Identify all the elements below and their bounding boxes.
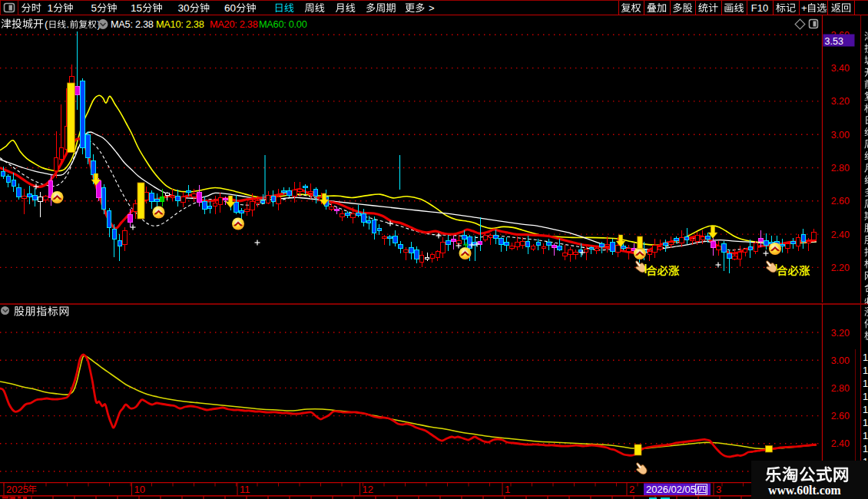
svg-text:MA60: 0.00: MA60: 0.00 — [259, 18, 307, 30]
svg-text:1: 1 — [863, 378, 868, 389]
svg-text:1: 1 — [48, 2, 54, 14]
svg-text:3.53: 3.53 — [825, 36, 843, 47]
svg-text:3: 3 — [716, 484, 721, 495]
svg-text:1: 1 — [863, 430, 868, 441]
svg-text:2.20: 2.20 — [831, 263, 850, 273]
svg-text:1: 1 — [131, 2, 137, 14]
svg-text:11: 11 — [240, 484, 250, 495]
svg-text:1: 1 — [863, 443, 868, 454]
svg-text:12: 12 — [363, 484, 373, 495]
svg-text:5: 5 — [91, 2, 98, 14]
svg-text:1: 1 — [505, 484, 510, 495]
svg-text:www.60lt.com: www.60lt.com — [768, 484, 841, 497]
svg-text:(: ( — [45, 18, 48, 30]
svg-text:2026/02/05/: 2026/02/05/ — [646, 484, 699, 495]
svg-text:1: 1 — [863, 365, 868, 376]
svg-text:+: + — [801, 2, 807, 14]
svg-text:10: 10 — [134, 484, 145, 495]
svg-text:MA5: 2.38: MA5: 2.38 — [111, 18, 154, 30]
svg-text:2.60: 2.60 — [831, 411, 850, 421]
svg-text:3.40: 3.40 — [831, 63, 850, 74]
svg-text:MA20: 2.38: MA20: 2.38 — [210, 18, 258, 30]
svg-text:1: 1 — [863, 352, 868, 363]
svg-text:5: 5 — [137, 2, 143, 14]
svg-text:2.40: 2.40 — [831, 438, 850, 449]
svg-text:1: 1 — [863, 391, 868, 402]
svg-text:2.80: 2.80 — [831, 383, 850, 394]
svg-text:3.20: 3.20 — [831, 328, 850, 339]
svg-text:2.60: 2.60 — [831, 196, 850, 207]
svg-text:6: 6 — [224, 2, 230, 14]
svg-text:1: 1 — [863, 404, 868, 415]
svg-text:>: > — [429, 2, 435, 14]
svg-text:F10: F10 — [751, 2, 768, 14]
svg-text:3.20: 3.20 — [831, 96, 850, 107]
svg-text:0: 0 — [230, 2, 237, 14]
svg-text:2.80: 2.80 — [831, 163, 850, 173]
svg-text:2: 2 — [629, 484, 634, 495]
svg-text:1: 1 — [863, 417, 868, 428]
svg-text:3: 3 — [178, 2, 184, 14]
svg-text:0: 0 — [184, 2, 190, 14]
svg-text:.: . — [67, 18, 70, 30]
svg-text:2.40: 2.40 — [831, 230, 850, 240]
svg-text:3.00: 3.00 — [831, 355, 850, 366]
svg-text:MA10: 2.38: MA10: 2.38 — [156, 18, 204, 30]
svg-text:3.00: 3.00 — [831, 130, 850, 140]
